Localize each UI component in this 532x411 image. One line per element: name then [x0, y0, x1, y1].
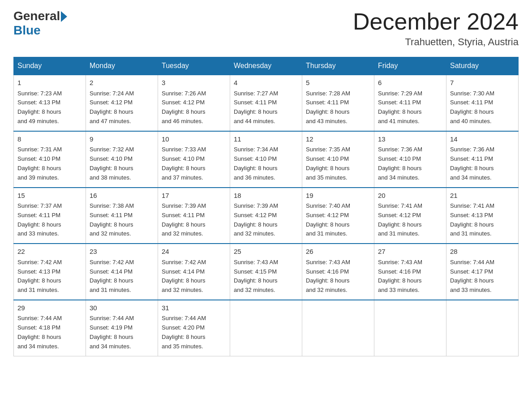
day-info: Sunrise: 7:23 AMSunset: 4:13 PMDaylight:…: [17, 89, 82, 126]
location-subtitle: Trahuetten, Styria, Austria: [353, 36, 519, 48]
day-number: 5: [306, 78, 370, 88]
calendar-cell: 10Sunrise: 7:33 AMSunset: 4:10 PMDayligh…: [158, 131, 230, 188]
day-info: Sunrise: 7:44 AMSunset: 4:18 PMDaylight:…: [17, 314, 82, 351]
calendar-cell: 30Sunrise: 7:44 AMSunset: 4:19 PMDayligh…: [86, 300, 158, 356]
calendar-cell: 9Sunrise: 7:32 AMSunset: 4:10 PMDaylight…: [86, 131, 158, 188]
day-info: Sunrise: 7:44 AMSunset: 4:17 PMDaylight:…: [450, 258, 515, 295]
calendar-cell: 19Sunrise: 7:40 AMSunset: 4:12 PMDayligh…: [302, 188, 374, 244]
day-number: 18: [234, 191, 298, 201]
day-info: Sunrise: 7:44 AMSunset: 4:20 PMDaylight:…: [162, 314, 226, 351]
calendar-cell: [230, 300, 302, 356]
calendar-cell: 12Sunrise: 7:35 AMSunset: 4:10 PMDayligh…: [302, 131, 374, 188]
day-number: 14: [450, 134, 515, 145]
day-info: Sunrise: 7:44 AMSunset: 4:19 PMDaylight:…: [90, 314, 154, 351]
day-number: 3: [162, 78, 226, 88]
day-number: 28: [450, 247, 515, 257]
day-number: 2: [90, 78, 154, 88]
day-info: Sunrise: 7:41 AMSunset: 4:13 PMDaylight:…: [450, 201, 515, 239]
calendar-cell: 4Sunrise: 7:27 AMSunset: 4:11 PMDaylight…: [230, 75, 302, 131]
day-number: 30: [90, 303, 154, 313]
calendar-cell: 29Sunrise: 7:44 AMSunset: 4:18 PMDayligh…: [14, 300, 86, 356]
calendar-cell: 8Sunrise: 7:31 AMSunset: 4:10 PMDaylight…: [14, 131, 86, 188]
day-number: 6: [378, 78, 442, 88]
calendar-cell: 27Sunrise: 7:43 AMSunset: 4:16 PMDayligh…: [374, 244, 446, 300]
calendar-week-row: 15Sunrise: 7:37 AMSunset: 4:11 PMDayligh…: [14, 188, 519, 244]
day-info: Sunrise: 7:42 AMSunset: 4:14 PMDaylight:…: [90, 258, 154, 295]
calendar-cell: 16Sunrise: 7:38 AMSunset: 4:11 PMDayligh…: [86, 188, 158, 244]
calendar-cell: 11Sunrise: 7:34 AMSunset: 4:10 PMDayligh…: [230, 131, 302, 188]
logo: General Blue: [13, 9, 67, 38]
day-number: 24: [162, 247, 226, 257]
col-header-friday: Friday: [374, 57, 446, 75]
day-info: Sunrise: 7:39 AMSunset: 4:12 PMDaylight:…: [234, 201, 298, 239]
logo-general: General: [13, 9, 60, 23]
day-info: Sunrise: 7:32 AMSunset: 4:10 PMDaylight:…: [90, 145, 154, 182]
day-info: Sunrise: 7:31 AMSunset: 4:10 PMDaylight:…: [17, 145, 82, 182]
calendar-cell: 26Sunrise: 7:43 AMSunset: 4:16 PMDayligh…: [302, 244, 374, 300]
logo-blue: Blue: [13, 23, 41, 38]
day-number: 17: [162, 191, 226, 201]
calendar-cell: 15Sunrise: 7:37 AMSunset: 4:11 PMDayligh…: [14, 188, 86, 244]
calendar-cell: 24Sunrise: 7:42 AMSunset: 4:14 PMDayligh…: [158, 244, 230, 300]
day-number: 22: [17, 247, 82, 257]
day-number: 7: [450, 78, 515, 88]
col-header-sunday: Sunday: [14, 57, 86, 75]
day-info: Sunrise: 7:36 AMSunset: 4:10 PMDaylight:…: [378, 145, 442, 182]
day-info: Sunrise: 7:24 AMSunset: 4:12 PMDaylight:…: [90, 89, 154, 126]
calendar-cell: 6Sunrise: 7:29 AMSunset: 4:11 PMDaylight…: [374, 75, 446, 131]
calendar-cell: 22Sunrise: 7:42 AMSunset: 4:13 PMDayligh…: [14, 244, 86, 300]
month-year-title: December 2024: [353, 9, 519, 34]
day-number: 21: [450, 191, 515, 201]
calendar-week-row: 22Sunrise: 7:42 AMSunset: 4:13 PMDayligh…: [14, 244, 519, 300]
day-number: 23: [90, 247, 154, 257]
title-block: December 2024 Trahuetten, Styria, Austri…: [353, 9, 519, 48]
day-info: Sunrise: 7:30 AMSunset: 4:11 PMDaylight:…: [450, 89, 515, 126]
day-info: Sunrise: 7:29 AMSunset: 4:11 PMDaylight:…: [378, 89, 442, 126]
day-number: 16: [90, 191, 154, 201]
col-header-monday: Monday: [86, 57, 158, 75]
day-info: Sunrise: 7:39 AMSunset: 4:11 PMDaylight:…: [162, 201, 226, 239]
calendar-cell: [302, 300, 374, 356]
day-number: 31: [162, 303, 226, 313]
calendar-cell: 21Sunrise: 7:41 AMSunset: 4:13 PMDayligh…: [446, 188, 519, 244]
day-number: 27: [378, 247, 442, 257]
day-info: Sunrise: 7:43 AMSunset: 4:15 PMDaylight:…: [234, 258, 298, 295]
col-header-saturday: Saturday: [446, 57, 519, 75]
day-info: Sunrise: 7:43 AMSunset: 4:16 PMDaylight:…: [306, 258, 370, 295]
day-number: 20: [378, 191, 442, 201]
calendar-cell: 1Sunrise: 7:23 AMSunset: 4:13 PMDaylight…: [14, 75, 86, 131]
calendar-cell: 7Sunrise: 7:30 AMSunset: 4:11 PMDaylight…: [446, 75, 519, 131]
day-info: Sunrise: 7:28 AMSunset: 4:11 PMDaylight:…: [306, 89, 370, 126]
page-header: General Blue December 2024 Trahuetten, S…: [13, 9, 519, 48]
day-info: Sunrise: 7:42 AMSunset: 4:13 PMDaylight:…: [17, 258, 82, 295]
day-info: Sunrise: 7:36 AMSunset: 4:11 PMDaylight:…: [450, 145, 515, 182]
day-info: Sunrise: 7:41 AMSunset: 4:12 PMDaylight:…: [378, 201, 442, 239]
day-number: 13: [378, 134, 442, 145]
day-info: Sunrise: 7:37 AMSunset: 4:11 PMDaylight:…: [17, 201, 82, 239]
day-number: 1: [17, 78, 82, 88]
day-info: Sunrise: 7:34 AMSunset: 4:10 PMDaylight:…: [234, 145, 298, 182]
calendar-cell: [374, 300, 446, 356]
calendar-cell: 2Sunrise: 7:24 AMSunset: 4:12 PMDaylight…: [86, 75, 158, 131]
day-number: 10: [162, 134, 226, 145]
calendar-cell: 23Sunrise: 7:42 AMSunset: 4:14 PMDayligh…: [86, 244, 158, 300]
calendar-cell: 18Sunrise: 7:39 AMSunset: 4:12 PMDayligh…: [230, 188, 302, 244]
calendar-cell: 17Sunrise: 7:39 AMSunset: 4:11 PMDayligh…: [158, 188, 230, 244]
day-info: Sunrise: 7:27 AMSunset: 4:11 PMDaylight:…: [234, 89, 298, 126]
calendar-header-row: SundayMondayTuesdayWednesdayThursdayFrid…: [14, 57, 519, 75]
day-number: 25: [234, 247, 298, 257]
calendar-table: SundayMondayTuesdayWednesdayThursdayFrid…: [13, 57, 519, 356]
col-header-thursday: Thursday: [302, 57, 374, 75]
col-header-tuesday: Tuesday: [158, 57, 230, 75]
calendar-cell: 3Sunrise: 7:26 AMSunset: 4:12 PMDaylight…: [158, 75, 230, 131]
calendar-cell: [446, 300, 519, 356]
day-info: Sunrise: 7:35 AMSunset: 4:10 PMDaylight:…: [306, 145, 370, 182]
calendar-week-row: 29Sunrise: 7:44 AMSunset: 4:18 PMDayligh…: [14, 300, 519, 356]
day-number: 19: [306, 191, 370, 201]
day-info: Sunrise: 7:40 AMSunset: 4:12 PMDaylight:…: [306, 201, 370, 239]
day-info: Sunrise: 7:38 AMSunset: 4:11 PMDaylight:…: [90, 201, 154, 239]
day-number: 26: [306, 247, 370, 257]
calendar-cell: 28Sunrise: 7:44 AMSunset: 4:17 PMDayligh…: [446, 244, 519, 300]
day-number: 9: [90, 134, 154, 145]
calendar-week-row: 8Sunrise: 7:31 AMSunset: 4:10 PMDaylight…: [14, 131, 519, 188]
